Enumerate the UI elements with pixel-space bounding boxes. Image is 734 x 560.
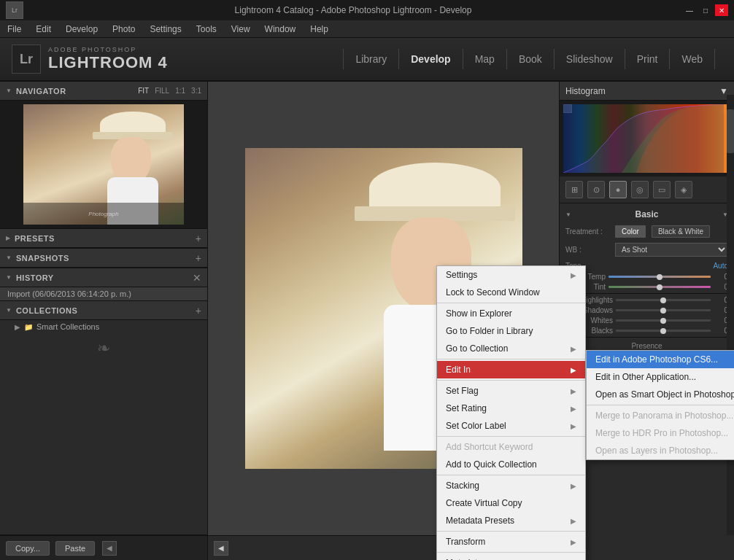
tab-web[interactable]: Web xyxy=(670,49,715,69)
highlights-thumb[interactable] xyxy=(660,298,666,303)
color-button[interactable]: Color xyxy=(615,225,646,238)
presets-panel: ▶ Presets + xyxy=(0,229,207,249)
ctx-go-to-collection[interactable]: Go to Collection ▶ xyxy=(437,340,585,357)
whites-slider-row: Whites 0 xyxy=(565,316,728,324)
menu-tools[interactable]: Tools xyxy=(193,23,220,36)
ctx-transform-label: Transform xyxy=(446,537,485,547)
shadows-slider-row: Shadows 0 xyxy=(565,306,728,314)
ctx-set-rating[interactable]: Set Rating ▶ xyxy=(437,400,585,417)
blacks-slider-row: Blacks 0 xyxy=(565,327,728,335)
tab-library[interactable]: Library xyxy=(343,49,399,69)
shadows-thumb[interactable] xyxy=(660,308,666,314)
snapshots-header[interactable]: ▼ Snapshots + xyxy=(0,249,207,268)
smart-collections-item[interactable]: ▶ 📁 Smart Collections xyxy=(0,320,207,333)
tint-track[interactable] xyxy=(609,286,711,288)
auto-button[interactable]: Auto xyxy=(713,262,728,270)
gradient-tool[interactable]: ▭ xyxy=(653,181,671,198)
scrollbar-thumb[interactable] xyxy=(727,109,734,153)
history-close-button[interactable]: ✕ xyxy=(193,272,201,284)
crop-tool[interactable]: ⊙ xyxy=(587,181,605,198)
ctx-add-quick-collection[interactable]: Add to Quick Collection xyxy=(437,456,585,473)
treatment-row: Treatment : Color Black & White xyxy=(560,222,734,241)
navigator-triangle: ▼ xyxy=(6,88,12,94)
menu-window[interactable]: Window xyxy=(262,23,299,36)
menu-settings[interactable]: Settings xyxy=(147,23,184,36)
nav-fit[interactable]: FIT xyxy=(138,87,149,95)
ctx-create-virtual-copy[interactable]: Create Virtual Copy xyxy=(437,494,585,512)
ctx-metadata-presets[interactable]: Metadata Presets ▶ xyxy=(437,512,585,529)
shadows-track[interactable] xyxy=(616,309,711,311)
tab-print[interactable]: Print xyxy=(625,49,671,69)
heal-tool[interactable]: ● xyxy=(609,181,627,198)
wb-select[interactable]: As Shot xyxy=(615,243,728,257)
copy-button[interactable]: Copy... xyxy=(6,541,50,556)
tint-thumb[interactable] xyxy=(657,284,662,290)
ctx-show-in-explorer[interactable]: Show in Explorer xyxy=(437,305,585,322)
blacks-track[interactable] xyxy=(616,330,711,332)
ctx-settings[interactable]: Settings ▶ xyxy=(437,266,585,284)
menu-edit[interactable]: Edit xyxy=(33,23,54,36)
history-item[interactable]: Import (06/06/2013 06:14:20 p. m.) xyxy=(0,287,207,300)
ctx-edit-in[interactable]: Edit In ▶ xyxy=(437,361,585,378)
history-header[interactable]: ▼ History ✕ xyxy=(0,268,207,287)
minimize-button[interactable]: — xyxy=(683,4,696,16)
nav-3to1[interactable]: 3:1 xyxy=(191,87,201,95)
snapshots-add-button[interactable]: + xyxy=(196,252,201,264)
sub-edit-photoshop[interactable]: Edit in Adobe Photoshop CS6... xyxy=(587,351,734,368)
snapshots-label: Snapshots xyxy=(16,254,196,262)
menu-help[interactable]: Help xyxy=(307,23,331,36)
redeye-tool[interactable]: ◎ xyxy=(631,181,649,198)
sub-edit-other[interactable]: Edit in Other Application... xyxy=(587,368,734,386)
ctx-set-color-label[interactable]: Set Color Label ▶ xyxy=(437,417,585,435)
brush-tool[interactable]: ◈ xyxy=(675,181,692,198)
presets-header[interactable]: ▶ Presets + xyxy=(0,229,207,248)
temp-thumb[interactable] xyxy=(657,274,662,280)
snapshots-triangle: ▼ xyxy=(6,254,12,261)
paste-button[interactable]: Paste xyxy=(55,541,95,556)
ctx-metadata[interactable]: Metadata ▶ xyxy=(437,554,585,560)
menu-file[interactable]: File xyxy=(4,23,24,36)
center-panel: Photograph ◀ ▼ Settings ▶ Lock to Second… xyxy=(208,82,559,560)
sub-open-smart-object[interactable]: Open as Smart Object in Photoshop... xyxy=(587,386,734,403)
window-controls: — □ ✕ xyxy=(683,4,728,16)
sub-sep1 xyxy=(587,405,734,405)
sub-merge-hdr: Merge to HDR Pro in Photoshop... xyxy=(587,424,734,442)
tab-slideshow[interactable]: Slideshow xyxy=(555,49,625,69)
whites-track[interactable] xyxy=(616,319,711,322)
maximize-button[interactable]: □ xyxy=(699,4,712,16)
navigator-header[interactable]: ▼ Navigator FIT FILL 1:1 3:1 xyxy=(0,82,207,101)
ctx-shortcut-label: Add Shortcut Keyword xyxy=(446,442,533,452)
ctx-edit-in-arrow: ▶ xyxy=(571,366,576,374)
navigator-label: Navigator xyxy=(16,87,138,96)
ctx-lock-second-window[interactable]: Lock to Second Window xyxy=(437,284,585,301)
ctx-set-flag[interactable]: Set Flag ▶ xyxy=(437,382,585,400)
blacks-thumb[interactable] xyxy=(660,328,666,334)
tab-map[interactable]: Map xyxy=(463,49,507,69)
whites-thumb[interactable] xyxy=(660,318,666,324)
bw-button[interactable]: Black & White xyxy=(652,225,710,238)
tab-develop[interactable]: Develop xyxy=(399,49,463,69)
menu-view[interactable]: View xyxy=(228,23,253,36)
ctx-go-to-folder[interactable]: Go to Folder in Library xyxy=(437,322,585,340)
temp-track[interactable] xyxy=(609,276,711,278)
ctx-set-rating-label: Set Rating xyxy=(446,403,487,413)
ctx-color-label-label: Set Color Label xyxy=(446,421,506,431)
collections-header[interactable]: ▼ Collections + xyxy=(0,301,207,320)
collections-add-button[interactable]: + xyxy=(196,305,201,316)
tab-book[interactable]: Book xyxy=(507,49,555,69)
scroll-left-button[interactable]: ◀ xyxy=(214,541,228,556)
menu-photo[interactable]: Photo xyxy=(109,23,138,36)
highlights-track[interactable] xyxy=(616,299,711,301)
ctx-settings-arrow: ▶ xyxy=(571,271,576,279)
close-button[interactable]: ✕ xyxy=(715,4,728,16)
ctx-stacking[interactable]: Stacking ▶ xyxy=(437,477,585,494)
grid-tool[interactable]: ⊞ xyxy=(565,181,583,198)
nav-1to1[interactable]: 1:1 xyxy=(175,87,185,95)
presets-add-button[interactable]: + xyxy=(196,233,201,244)
ctx-stacking-arrow: ▶ xyxy=(571,482,576,490)
menu-develop[interactable]: Develop xyxy=(63,23,101,36)
ctx-transform[interactable]: Transform ▶ xyxy=(437,533,585,551)
nav-fill[interactable]: FILL xyxy=(155,87,169,95)
panel-collapse-button[interactable]: ◀ xyxy=(102,541,117,556)
right-scrollbar[interactable] xyxy=(727,95,734,535)
